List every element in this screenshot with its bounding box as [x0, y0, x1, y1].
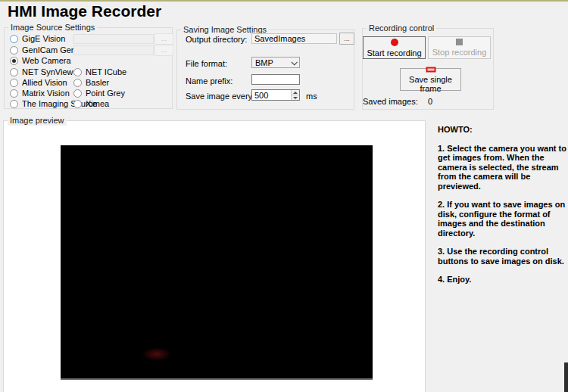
radio-icon [10, 46, 18, 54]
radio-label: Matrix Vision [22, 89, 70, 98]
howto-title: HOWTO: [438, 125, 566, 135]
radio-icon [73, 79, 82, 87]
spin-down-button[interactable] [292, 95, 299, 100]
radio-label: NET ICube [86, 67, 126, 76]
group-label: Image preview [8, 116, 67, 126]
radio-web-camera[interactable]: Web Camera [10, 56, 71, 65]
save-single-frame-button[interactable]: Save single frame [400, 68, 461, 91]
radio-label: Allied Vision [22, 78, 67, 87]
radio-icon [10, 100, 18, 108]
file-format-value: BMP [255, 58, 273, 67]
arrow-down-icon [293, 97, 298, 99]
dark-edge-bar [564, 362, 568, 392]
radio-icon [10, 79, 18, 87]
save-interval-stepper [251, 89, 300, 101]
radio-icon [73, 68, 82, 76]
radio-label: Web Camera [22, 56, 71, 65]
radio-label: Point Grey [86, 89, 125, 98]
page-title: HMI Image Recorder [8, 2, 161, 20]
radio-allied-vision[interactable]: Allied Vision [10, 78, 67, 87]
chevron-down-icon [291, 59, 297, 65]
radio-label: Ximea [86, 99, 109, 108]
saved-images-count: 0 [428, 97, 432, 106]
stop-icon [456, 39, 463, 45]
radio-net-synview[interactable]: NET SynView [10, 67, 73, 76]
howto-step-4: 4. Enjoy. [438, 275, 566, 285]
arrow-up-icon [293, 92, 298, 94]
radio-label: GigE Vision [22, 34, 65, 43]
output-directory-field[interactable] [251, 33, 337, 44]
howto-step-1: 1. Select the camera you want to get ima… [438, 144, 566, 191]
radio-matrix-vision[interactable]: Matrix Vision [10, 89, 70, 98]
radio-label: Basler [86, 78, 109, 87]
radio-label: NET SynView [22, 67, 73, 76]
group-label: Recording control [367, 23, 436, 33]
output-directory-browse-button[interactable]: ... [339, 33, 354, 45]
gige-browse-button[interactable]: ... [154, 33, 173, 45]
radio-basler[interactable]: Basler [73, 78, 109, 87]
radio-point-grey[interactable]: Point Grey [73, 89, 125, 98]
howto-step-2: 2. If you want to save images on disk, c… [438, 200, 566, 238]
file-format-select[interactable]: BMP [251, 57, 300, 68]
start-recording-label: Start recording [367, 48, 421, 58]
radio-icon [10, 35, 18, 43]
radio-icon [73, 100, 82, 108]
radio-icon [10, 89, 18, 98]
ms-unit-label: ms [306, 92, 317, 101]
camera-preview-image [61, 145, 373, 380]
save-every-label: Save image every: [186, 92, 254, 101]
group-label: Image Source Settings [8, 23, 97, 33]
howto-panel: HOWTO: 1. Select the camera you want to … [438, 125, 566, 294]
hmi-image-recorder-window: HMI Image Recorder Image Source Settings… [0, 0, 568, 392]
start-recording-button[interactable]: Start recording [363, 36, 426, 59]
stop-recording-label: Stop recording [432, 48, 487, 57]
top-accent-strip [0, 0, 568, 2]
radio-ximea[interactable]: Ximea [73, 99, 109, 108]
record-icon [391, 39, 398, 46]
radio-gige-vision[interactable]: GigE Vision [10, 34, 65, 43]
output-directory-label: Output directory: [186, 35, 247, 44]
radio-icon [10, 68, 18, 76]
radio-icon [10, 57, 18, 65]
save-interval-field[interactable] [252, 90, 291, 100]
name-prefix-field[interactable] [251, 74, 300, 85]
radio-net-icube[interactable]: NET ICube [73, 67, 126, 76]
gentl-path-field[interactable] [73, 45, 154, 55]
howto-step-3: 3. Use the recording control buttons to … [438, 247, 566, 266]
saved-images-label: Saved images: [363, 97, 418, 106]
gige-path-field[interactable] [73, 34, 154, 44]
name-prefix-label: Name prefix: [186, 76, 233, 86]
file-format-label: File format: [186, 59, 227, 68]
spinner-buttons [291, 90, 299, 100]
stop-recording-button[interactable]: Stop recording [428, 36, 491, 59]
gentl-browse-button[interactable]: ... [154, 45, 173, 56]
radio-icon [73, 89, 82, 98]
save-single-frame-label: Save single frame [401, 75, 460, 93]
